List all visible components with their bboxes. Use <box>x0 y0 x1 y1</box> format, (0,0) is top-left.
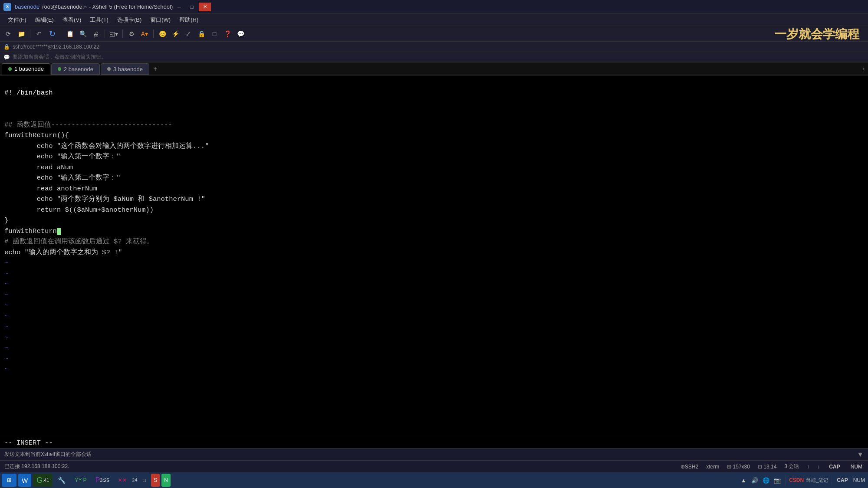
taskbar-cap-sep <box>832 476 832 485</box>
toolbar-find[interactable]: 🔍 <box>77 28 89 39</box>
taskbar-tray-speaker[interactable]: 🔊 <box>750 476 759 485</box>
toolbar-box[interactable]: □ <box>209 28 220 39</box>
text-cursor <box>57 228 61 235</box>
status-num: NUM <box>849 463 864 470</box>
taskbar-item-box[interactable]: □ <box>139 474 149 487</box>
taskbar-right-area: ▲ 🔊 🌐 📷 CSDN 终端_笔记 CAP NUM <box>739 476 866 485</box>
menubar: 文件(F) 编辑(E) 查看(V) 工具(T) 选项卡(B) 窗口(W) 帮助(… <box>0 14 868 26</box>
tab-3[interactable]: 3 basenode <box>101 63 149 75</box>
status-cols: ⊞ 157x30 <box>727 464 750 470</box>
status-upload: ↑ <box>807 464 809 470</box>
tilde-9: ~ <box>4 344 8 352</box>
brand-text: 一岁就会学编程 <box>774 26 859 43</box>
line-echo-4: echo "两个数字分别为 $aNum 和 $anotherNum !" <box>4 195 205 203</box>
menu-help[interactable]: 帮助(H) <box>175 15 203 25</box>
tab-add-button[interactable]: + <box>150 64 161 75</box>
taskbar-item-p[interactable]: P 3:25 <box>92 474 113 487</box>
send-bar-label: 发送文本到当前Xshell窗口的全部会话 <box>4 451 857 458</box>
toolbar-new[interactable]: ⟳ <box>3 28 14 39</box>
tabbar: 1 basenode 2 basenode 3 basenode + › <box>0 62 868 75</box>
tilde-5: ~ <box>4 301 8 309</box>
taskbar-item-grid[interactable]: ✕✕ <box>115 474 130 487</box>
menu-tabs[interactable]: 选项卡(B) <box>113 15 146 25</box>
ssh-address: ssh://root:******@192.168.188.100:22 <box>13 44 99 50</box>
taskbar-item-tool[interactable]: 🔧 <box>54 474 69 487</box>
toolbar-undo[interactable]: ↶ <box>33 28 45 39</box>
taskbar-item-n[interactable]: N <box>161 474 171 487</box>
status-xterm: xterm <box>706 464 719 470</box>
line-comment-header: ## 函数返回值------------------------------ <box>4 121 172 129</box>
toolbar-arrow[interactable]: ◱▾ <box>108 28 119 39</box>
toolbar-a-color[interactable]: A▾ <box>139 28 150 39</box>
status-cap: CAP <box>828 463 841 470</box>
line-echo-final: echo "输入的两个数字之和为 $? !" <box>4 249 122 256</box>
tilde-3: ~ <box>4 280 8 288</box>
tab-scroll-right[interactable]: › <box>859 63 868 75</box>
taskbar: ⊞ W G .41 🔧 YY P P 3:25 ✕✕ 24 □ S N ▲ 🔊 … <box>0 472 868 488</box>
tab-1[interactable]: 1 basenode <box>2 63 50 75</box>
taskbar-num-badge: NUM <box>852 477 866 484</box>
toolbar-separator-2 <box>61 29 61 38</box>
tilde-4: ~ <box>4 291 8 299</box>
line-return: return $(($aNum+$anotherNum)) <box>4 206 154 214</box>
toolbar-question[interactable]: ❓ <box>222 28 233 39</box>
toolbar-separator-4 <box>122 29 123 38</box>
line-echo-3: echo "输入第二个数字：" <box>4 174 121 182</box>
line-echo-2: echo "输入第一个数字：" <box>4 153 121 160</box>
tab-dot-1 <box>8 67 12 71</box>
toolbar-print[interactable]: 🖨 <box>90 28 102 39</box>
toolbar-expand[interactable]: ⤢ <box>183 28 194 39</box>
window-controls: ─ □ ✕ <box>173 3 211 11</box>
tab-label-1: 1 basenode <box>14 66 44 72</box>
maximize-button[interactable]: □ <box>186 3 198 11</box>
titlebar: X basenode root@basenode:~ - Xshell 5 (F… <box>0 0 868 14</box>
toolbar-plug[interactable]: ⚡ <box>170 28 181 39</box>
status-ssh2: ⊕SSH2 <box>681 464 698 470</box>
title-text: root@basenode:~ - Xshell 5 (Free for Hom… <box>42 3 173 10</box>
minimize-button[interactable]: ─ <box>173 3 185 11</box>
cursor-label: ⊡ <box>758 464 762 470</box>
taskbar-item-yy[interactable]: YY P <box>71 474 90 487</box>
statusbar: 已连接 192.168.188.100:22. ⊕SSH2 xterm ⊞ 15… <box>0 460 868 472</box>
tab-label-3: 3 basenode <box>113 66 143 72</box>
taskbar-item-windows[interactable]: W <box>18 474 31 487</box>
line-func-def: funWithReturn(){ <box>4 131 69 139</box>
tab-2[interactable]: 2 basenode <box>51 63 100 75</box>
taskbar-item-s[interactable]: S <box>151 474 160 487</box>
start-button[interactable]: ⊞ <box>2 474 16 487</box>
taskbar-tray-up[interactable]: ▲ <box>739 476 748 485</box>
toolbar-chat[interactable]: 💬 <box>235 28 246 39</box>
tilde-2: ~ <box>4 270 8 278</box>
menu-file[interactable]: 文件(F) <box>3 15 31 25</box>
chat-text: 要添加当前会话，点击左侧的箭头按钮。 <box>13 53 106 61</box>
menu-view[interactable]: 查看(V) <box>58 15 85 25</box>
menu-edit[interactable]: 编辑(E) <box>31 15 58 25</box>
taskbar-tray-camera[interactable]: 📷 <box>773 476 782 485</box>
menu-window[interactable]: 窗口(W) <box>146 15 175 25</box>
taskbar-tray-network[interactable]: 🌐 <box>762 476 770 485</box>
tilde-10: ~ <box>4 355 8 363</box>
send-arrow-icon[interactable]: ▼ <box>857 451 864 459</box>
line-comment-1: # 函数返回值在调用该函数后通过 $? 来获得。 <box>4 238 154 246</box>
cursor-value: 13,14 <box>763 464 776 470</box>
chat-bar: 💬 要添加当前会话，点击左侧的箭头按钮。 <box>0 52 868 62</box>
toolbar-gear[interactable]: ⚙ <box>126 28 137 39</box>
toolbar-refresh[interactable]: ↻ <box>46 28 58 39</box>
toolbar-separator-5 <box>153 29 154 38</box>
toolbar-lock[interactable]: 🔒 <box>196 28 207 39</box>
toolbar-separator-1 <box>30 29 30 38</box>
tilde-11: ~ <box>4 365 8 373</box>
toolbar-copy[interactable]: 📋 <box>64 28 76 39</box>
close-button[interactable]: ✕ <box>199 3 211 11</box>
line-read-1: read aNum <box>4 164 73 171</box>
taskbar-item-browser[interactable]: G .41 <box>33 474 53 487</box>
insert-mode-text: -- INSERT -- <box>4 439 53 447</box>
toolbar-open[interactable]: 📁 <box>16 28 27 39</box>
tilde-8: ~ <box>4 334 8 341</box>
editor-area[interactable]: #! /bin/bash ## 函数返回值-------------------… <box>0 75 868 436</box>
line-func-call: funWithReturn <box>4 227 61 235</box>
taskbar-brand2[interactable]: 终端_笔记 <box>806 477 828 484</box>
taskbar-csdn[interactable]: CSDN <box>789 477 804 483</box>
toolbar-smiley[interactable]: 😊 <box>157 28 168 39</box>
menu-tools[interactable]: 工具(T) <box>85 15 113 25</box>
